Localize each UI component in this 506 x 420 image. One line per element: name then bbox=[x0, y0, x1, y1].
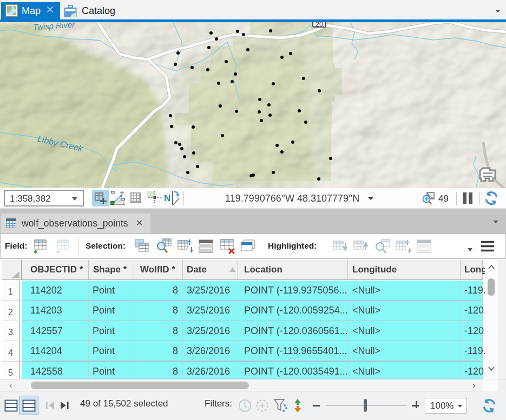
svg-text:20: 20 bbox=[316, 22, 323, 28]
svg-text:N: N bbox=[164, 193, 170, 203]
